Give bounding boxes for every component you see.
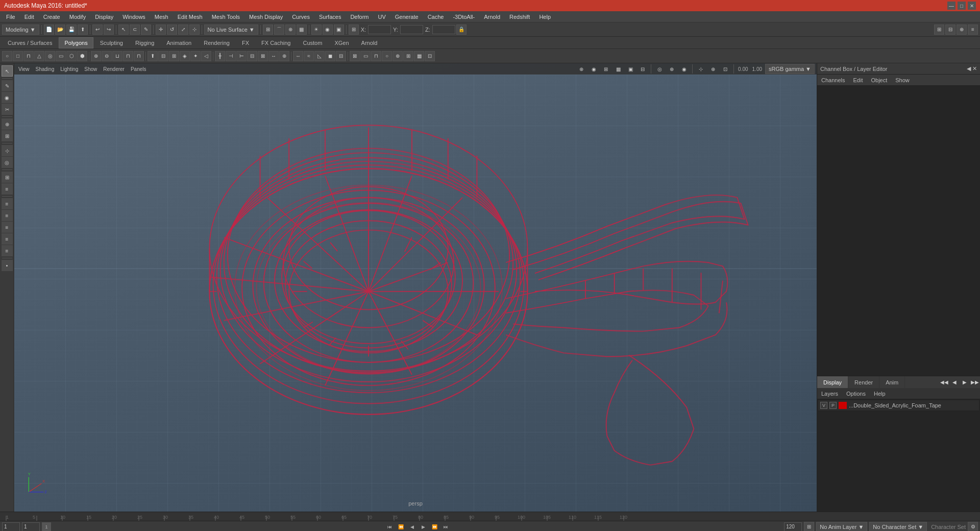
layer-tool4-button[interactable]: ≡	[2, 233, 13, 245]
rb-tab-render[interactable]: Render	[848, 376, 879, 389]
target-weld-button[interactable]: ⊕	[279, 51, 289, 61]
scale-tool-button[interactable]: ⤢	[178, 25, 188, 35]
panel-back-button[interactable]: ◀	[949, 377, 960, 388]
menu-create[interactable]: Create	[39, 13, 64, 21]
char-set-dropdown[interactable]: No Character Set ▼	[869, 522, 927, 532]
menu-curves[interactable]: Curves	[288, 13, 314, 21]
menu-edit-mesh[interactable]: Edit Mesh	[174, 13, 207, 21]
layer-tool2-button[interactable]: ≡	[2, 210, 13, 221]
misc-tool-button[interactable]: •	[2, 260, 13, 271]
offset-edge-loop-button[interactable]: ⊠	[258, 51, 268, 61]
paint-tool-button[interactable]: ✎	[2, 80, 13, 91]
layer-visibility-toggle[interactable]: V	[820, 402, 827, 409]
redo-button[interactable]: ↪	[104, 25, 114, 35]
poly-prism-button[interactable]: ⬢	[77, 51, 87, 61]
wedge-button[interactable]: ◁	[201, 51, 211, 61]
object-mode-button[interactable]: ⊕	[2, 118, 13, 130]
component-mode-button[interactable]: ⊞	[2, 130, 13, 141]
menu-cache[interactable]: Cache	[424, 13, 448, 21]
menu-mesh-display[interactable]: Mesh Display	[245, 13, 287, 21]
cb-close-button[interactable]: ✕	[972, 65, 977, 72]
frame-range-button[interactable]: ⊞	[804, 522, 814, 532]
viewport[interactable]: View Shading Lighting Show Renderer Pane…	[14, 63, 817, 512]
layer-playback-toggle[interactable]: P	[829, 402, 837, 409]
rb-tab-anim[interactable]: Anim	[879, 376, 905, 389]
poly-sphere-button[interactable]: ○	[2, 51, 12, 61]
mirror-button[interactable]: ↔	[293, 51, 303, 61]
menu-modify[interactable]: Modify	[65, 13, 90, 21]
paint-select-button[interactable]: ✎	[141, 25, 151, 35]
vp-icon2[interactable]: ◉	[589, 64, 599, 74]
cb-tab-show[interactable]: Show	[893, 76, 912, 84]
uv-editor-button[interactable]: ⊠	[350, 51, 360, 61]
maximize-button[interactable]: □	[958, 2, 966, 10]
minimize-button[interactable]: —	[947, 2, 955, 10]
boolean-diff-button[interactable]: ⊓	[123, 51, 133, 61]
detach-button[interactable]: ⊣	[226, 51, 236, 61]
tab-rigging[interactable]: Rigging	[130, 37, 160, 49]
tab-animation[interactable]: Animation	[161, 37, 197, 49]
tab-fx[interactable]: FX	[236, 37, 255, 49]
menu-generate[interactable]: Generate	[391, 13, 423, 21]
rotate-tool-button[interactable]: ↺	[167, 25, 177, 35]
vp-menu-view[interactable]: View	[16, 66, 32, 72]
menu-arnold[interactable]: Arnold	[480, 13, 504, 21]
step-forward-button[interactable]: ⏩	[430, 522, 439, 532]
snap-point-button[interactable]: ⊕	[285, 25, 296, 35]
unfold-uv-button[interactable]: ⊞	[403, 51, 413, 61]
snap-grid-button[interactable]: ⊞	[263, 25, 273, 35]
connect-button[interactable]: ╂	[215, 51, 225, 61]
layer-color-swatch[interactable]	[839, 402, 847, 409]
skip-to-end-button[interactable]: ⏭	[441, 522, 450, 532]
poly-disk-button[interactable]: ⬡	[66, 51, 77, 61]
step-back-button[interactable]: ⏪	[396, 522, 405, 532]
layer-tool1-button[interactable]: ≡	[2, 198, 13, 209]
append-poly-button[interactable]: ◈	[180, 51, 190, 61]
tab-custom[interactable]: Custom	[298, 37, 328, 49]
fill-hole-button[interactable]: ⊞	[169, 51, 179, 61]
separate-button[interactable]: ⊖	[102, 51, 112, 61]
select-tool-button[interactable]: ↖	[118, 25, 129, 35]
shelf-icon3[interactable]: ⊕	[957, 25, 967, 35]
vp-icon11[interactable]: ⊕	[708, 64, 718, 74]
ls-tab-layers[interactable]: Layers	[819, 390, 840, 398]
display-mode2-button[interactable]: ≡	[2, 183, 13, 195]
z-input[interactable]	[432, 25, 455, 34]
move-tool-button[interactable]: ✛	[156, 25, 166, 35]
ls-tab-help[interactable]: Help	[872, 390, 888, 398]
auto-uv-button[interactable]: ⊕	[393, 51, 403, 61]
open-file-button[interactable]: 📂	[55, 25, 65, 35]
panel-prev-button[interactable]: ◀◀	[939, 377, 949, 388]
ipr-button[interactable]: ◉	[323, 25, 333, 35]
menu-mesh[interactable]: Mesh	[151, 13, 173, 21]
vp-icon8[interactable]: ⊕	[667, 64, 677, 74]
menu-surfaces[interactable]: Surfaces	[315, 13, 345, 21]
vp-icon1[interactable]: ⊕	[576, 64, 586, 74]
axis-lock-button[interactable]: 🔒	[456, 25, 467, 35]
menu-3dtall[interactable]: -3DtoAll-	[449, 13, 479, 21]
soft-select-button[interactable]: ◎	[2, 157, 13, 168]
boolean-inter-button[interactable]: ⊓	[134, 51, 144, 61]
menu-display[interactable]: Display	[91, 13, 117, 21]
tab-curves-surfaces[interactable]: Curves / Surfaces	[2, 37, 58, 49]
vp-icon12[interactable]: ⊡	[720, 64, 730, 74]
vp-icon10[interactable]: ⊹	[696, 64, 706, 74]
vp-menu-lighting[interactable]: Lighting	[58, 66, 80, 72]
vp-icon3[interactable]: ⊞	[601, 64, 611, 74]
layout-uv-button[interactable]: ▦	[414, 51, 424, 61]
normalize-uv-button[interactable]: ⊡	[425, 51, 435, 61]
panel-next-button[interactable]: ▶▶	[970, 377, 980, 388]
menu-edit[interactable]: Edit	[20, 13, 38, 21]
anim-settings-button[interactable]: ⚙	[968, 522, 978, 532]
render-button[interactable]: ☀	[311, 25, 322, 35]
cylindrical-map-button[interactable]: ⊓	[371, 51, 381, 61]
play-backward-button[interactable]: ◀	[407, 522, 416, 532]
poly-cone-button[interactable]: △	[34, 51, 44, 61]
close-button[interactable]: ✕	[968, 2, 976, 10]
select-mode-button[interactable]: ↖	[2, 65, 13, 77]
cb-tab-channels[interactable]: Channels	[819, 76, 847, 84]
combine-button[interactable]: ⊕	[91, 51, 101, 61]
cb-tab-object[interactable]: Object	[869, 76, 889, 84]
shelf-icon4[interactable]: ≡	[968, 25, 978, 35]
new-file-button[interactable]: 📄	[44, 25, 54, 35]
